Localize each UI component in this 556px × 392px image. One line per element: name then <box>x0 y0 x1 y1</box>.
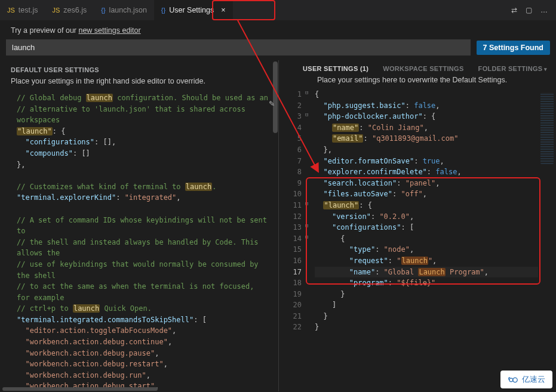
preview-prefix: Try a preview of our <box>11 26 78 35</box>
watermark-badge: 亿速云 <box>500 371 552 388</box>
tab-label: test.js <box>19 6 38 14</box>
tab-workspace-settings-scope[interactable]: WORKSPACE SETTINGS <box>383 65 463 72</box>
fold-gutter[interactable]: ⊟⊟⊟⊟⊟ <box>305 89 314 333</box>
new-settings-link[interactable]: new settings editor <box>78 26 140 35</box>
chevron-down-icon: ▾ <box>544 66 547 72</box>
preview-banner: Try a preview of our new settings editor <box>0 20 556 39</box>
settings-panes: DEFAULT USER SETTINGS Place your setting… <box>0 60 556 391</box>
tab-testjs[interactable]: JS test.js <box>0 0 45 20</box>
settings-search-row: 7 Settings Found <box>0 39 556 60</box>
split-editor-icon[interactable]: ▢ <box>526 6 532 14</box>
tab-zes6js[interactable]: JS zes6.js <box>45 0 94 20</box>
pencil-icon[interactable]: ✎ <box>269 100 278 109</box>
default-settings-subtitle: Place your settings in the right hand si… <box>0 77 278 92</box>
tab-folder-settings-scope[interactable]: FOLDER SETTINGS▾ <box>478 65 548 72</box>
tab-label: zes6.js <box>63 6 87 14</box>
code-body[interactable]: { "php.suggest.basic": false, "php-docbl… <box>315 89 538 333</box>
open-diff-icon[interactable]: ⇄ <box>511 6 517 14</box>
svg-point-1 <box>509 378 513 382</box>
tab-label: launch.json <box>109 6 147 14</box>
default-settings-editor[interactable]: // Global debug launch configuration. Sh… <box>0 92 278 391</box>
close-icon[interactable]: × <box>221 6 225 14</box>
user-settings-pane: USER SETTINGS (1) WORKSPACE SETTINGS FOL… <box>278 60 556 391</box>
editor-actions: ⇄ ▢ … <box>503 6 556 14</box>
tab-bar: JS test.js JS zes6.js {} launch.json {} … <box>0 0 556 20</box>
settings-scope-tabs: USER SETTINGS (1) WORKSPACE SETTINGS FOL… <box>279 60 556 76</box>
more-icon[interactable]: … <box>540 6 548 14</box>
tab-label: User Settings <box>169 6 214 14</box>
results-count-badge: 7 Settings Found <box>477 41 550 55</box>
scrollbar-horizontal[interactable] <box>0 387 278 391</box>
svg-point-2 <box>513 378 518 382</box>
tab-user-settings[interactable]: {} User Settings × <box>154 0 233 20</box>
settings-search-input[interactable] <box>6 39 471 55</box>
default-settings-title: DEFAULT USER SETTINGS <box>0 66 278 77</box>
tab-launchjson[interactable]: {} launch.json <box>94 0 154 20</box>
default-settings-pane: DEFAULT USER SETTINGS Place your setting… <box>0 60 278 391</box>
js-icon: JS <box>7 7 15 14</box>
user-settings-editor[interactable]: ✎ 12345678910111213141516171819202122 ⊟⊟… <box>279 89 556 389</box>
js-icon: JS <box>53 7 60 14</box>
line-gutter: 12345678910111213141516171819202122 <box>279 89 305 333</box>
user-settings-subtitle: Place your settings here to overwrite th… <box>279 76 556 89</box>
json-icon: {} <box>101 7 105 14</box>
json-icon: {} <box>161 7 165 14</box>
minimap[interactable] <box>540 92 554 164</box>
scrollbar-vertical[interactable] <box>272 60 278 391</box>
tab-user-settings-scope[interactable]: USER SETTINGS (1) <box>303 65 368 72</box>
